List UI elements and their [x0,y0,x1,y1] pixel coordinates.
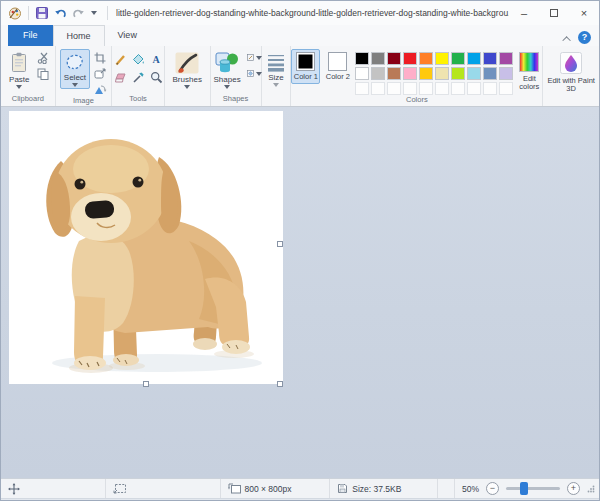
palette-swatch-empty[interactable] [387,82,401,95]
palette-swatch[interactable] [355,67,369,80]
magnifier-tool-button[interactable] [149,70,164,85]
edit-colors-button[interactable]: Edit colors [516,49,542,91]
palette-swatch[interactable] [451,67,465,80]
palette-swatch[interactable] [499,52,513,65]
rotate-icon [93,84,107,96]
shapes-button[interactable]: Shapes [210,49,245,91]
palette-swatch[interactable] [419,67,433,80]
status-bar: 800 × 800px Size: 37.5KB 50% − + [1,478,599,498]
eraser-tool-button[interactable] [113,70,128,85]
zoom-in-button[interactable]: + [567,482,580,495]
palette-swatch[interactable] [483,67,497,80]
cut-button[interactable] [36,51,51,64]
eraser-icon [114,72,127,84]
tab-view[interactable]: View [105,25,150,46]
ribbon: Paste Clipboard Select [1,46,599,107]
palette-swatch[interactable] [387,67,401,80]
color2-button[interactable]: Color 2 [323,49,352,84]
palette-swatch[interactable] [435,67,449,80]
resize-button[interactable] [92,67,107,80]
text-tool-button[interactable]: A [149,52,164,67]
window-title: little-golden-retriever-dog-standing-whi… [116,8,509,18]
crop-button[interactable] [92,51,107,64]
image-group-label: Image [73,96,94,106]
palette-swatch[interactable] [435,52,449,65]
paste-icon [10,52,28,74]
tools-group: A Tools [112,46,165,106]
palette-swatch[interactable] [467,52,481,65]
palette-swatch-empty[interactable] [499,82,513,95]
file-size-icon [337,483,348,494]
palette-swatch[interactable] [355,52,369,65]
palette-swatch[interactable] [483,52,497,65]
fill-tool-button[interactable] [131,52,146,67]
shapes-icon [215,52,239,74]
close-button[interactable]: × [569,2,599,24]
puppy-image [9,111,283,384]
palette-swatch-empty[interactable] [371,82,385,95]
palette-swatch[interactable] [499,67,513,80]
resize-handle-corner[interactable] [277,381,283,387]
palette-swatch-empty[interactable] [483,82,497,95]
paint3d-label: Edit with Paint 3D [545,77,597,93]
palette-swatch[interactable] [403,52,417,65]
minimize-button[interactable]: – [509,2,539,24]
line-size-icon [266,52,286,72]
pencil-tool-button[interactable] [113,52,128,67]
customize-toolbar-button[interactable] [85,4,103,22]
paint-bucket-icon [132,53,145,66]
shape-outline-button[interactable] [247,51,262,64]
edit-colors-label: Edit colors [516,75,542,91]
copy-button[interactable] [36,67,51,80]
canvas-size-value: 800 × 800px [245,484,292,494]
palette-swatch[interactable] [467,67,481,80]
resize-handle-right[interactable] [277,241,283,247]
size-group: Size [262,46,292,106]
status-spacer [438,479,455,498]
collapse-ribbon-button[interactable] [565,28,571,46]
work-area [1,107,599,478]
color1-button[interactable]: Color 1 [291,49,320,84]
copy-icon [37,68,49,80]
undo-button[interactable] [51,4,69,22]
zoom-out-button[interactable]: − [486,482,499,495]
zoom-slider[interactable] [506,487,560,490]
brushes-group: Brushes [165,46,211,106]
color-picker-tool-button[interactable] [131,70,146,85]
resize-handle-bottom[interactable] [143,381,149,387]
color1-label: Color 1 [293,73,319,81]
save-button[interactable] [33,4,51,22]
cursor-position-icon [8,483,20,495]
tab-file[interactable]: File [8,25,53,46]
palette-swatch[interactable] [371,67,385,80]
paint3d-button[interactable]: Edit with Paint 3D [545,49,597,93]
palette-swatch[interactable] [403,67,417,80]
fill-icon [247,68,254,79]
palette-swatch-empty[interactable] [355,82,369,95]
palette-swatch-empty[interactable] [467,82,481,95]
palette-swatch-empty[interactable] [435,82,449,95]
paint-app-icon [6,4,24,22]
palette-swatch-empty[interactable] [451,82,465,95]
image-group: Select Image [56,46,113,106]
paste-button[interactable]: Paste [5,49,33,91]
select-button[interactable]: Select [60,49,90,89]
brushes-button[interactable]: Brushes [169,49,206,91]
zoom-slider-thumb[interactable] [520,482,528,495]
help-button[interactable]: ? [578,31,591,44]
size-button[interactable]: Size [262,49,290,89]
tab-home[interactable]: Home [53,25,105,46]
rotate-button[interactable] [92,83,107,96]
palette-swatch[interactable] [451,52,465,65]
palette-swatch[interactable] [419,52,433,65]
palette-swatch-empty[interactable] [403,82,417,95]
shape-fill-button[interactable] [247,67,262,80]
selection-size-icon [113,483,126,494]
palette-swatch[interactable] [387,52,401,65]
drawing-canvas[interactable] [9,111,283,384]
palette-swatch[interactable] [371,52,385,65]
resize-grip-icon[interactable] [587,485,595,493]
maximize-button[interactable] [539,2,569,24]
palette-swatch-empty[interactable] [419,82,433,95]
canvas-size-icon [228,483,241,494]
